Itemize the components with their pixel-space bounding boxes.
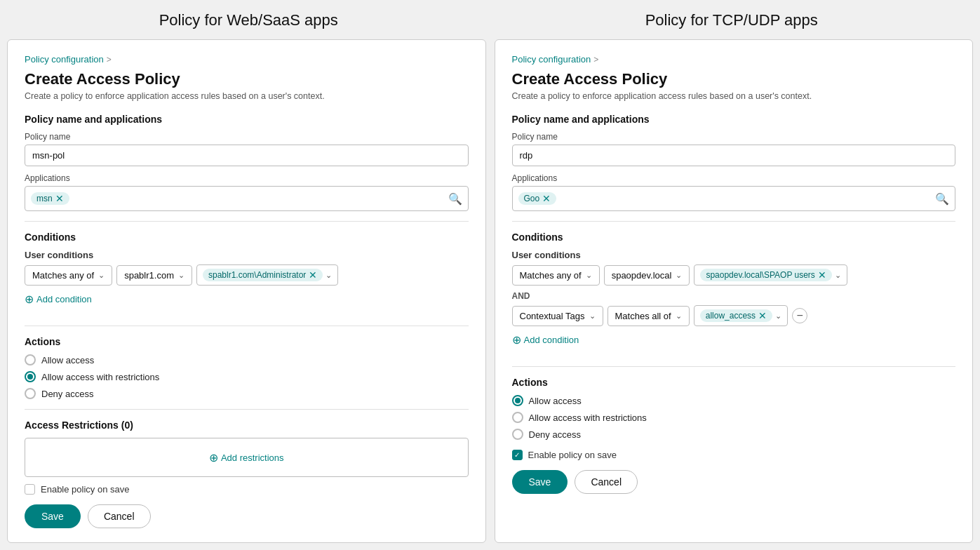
left-section-conditions: Conditions <box>25 232 469 243</box>
left-panel: Policy configuration > Create Access Pol… <box>7 39 486 543</box>
right-label-user-conditions: User conditions <box>512 250 956 260</box>
left-conditions-row: Matches any of ⌄ spablr1.com ⌄ spablr1.c… <box>25 264 469 286</box>
right-add-condition-icon: ⊕ <box>512 333 521 347</box>
right-condition2-tag-dropdown[interactable]: allow_access ✕ ⌄ <box>694 305 788 326</box>
right-condition1-user-dropdown[interactable]: spaopdev.local\SPAOP users ✕ ⌄ <box>694 264 847 286</box>
right-condition1-domain-chevron: ⌄ <box>676 271 682 280</box>
right-condition2-tag: allow_access ✕ <box>700 309 772 322</box>
left-applications-input[interactable]: msn ✕ 🔍 <box>25 186 469 211</box>
left-panel-title: Policy for Web/SaaS apps <box>7 7 490 34</box>
right-btn-row: Save Cancel <box>512 470 956 494</box>
right-radio-allow[interactable]: Allow access <box>512 395 956 406</box>
right-condition2-type-chevron: ⌄ <box>589 311 596 321</box>
left-breadcrumb-sep: > <box>107 55 112 65</box>
right-cancel-button[interactable]: Cancel <box>575 470 638 494</box>
left-condition-user-dropdown[interactable]: spablr1.com\Administrator ✕ ⌄ <box>196 264 338 286</box>
left-add-restrictions-btn[interactable]: ⊕ Add restrictions <box>209 451 284 464</box>
left-cancel-button[interactable]: Cancel <box>88 504 151 528</box>
left-radio-deny[interactable]: Deny access <box>25 388 469 399</box>
left-section-policy: Policy name and applications <box>25 114 469 125</box>
left-btn-row: Save Cancel <box>25 504 469 528</box>
right-condition1-matches-dropdown[interactable]: Matches any of ⌄ <box>512 265 600 286</box>
left-breadcrumb-link[interactable]: Policy configuration <box>25 54 104 65</box>
right-app-tag-remove[interactable]: ✕ <box>542 194 551 203</box>
left-condition-domain-dropdown[interactable]: spablr1.com ⌄ <box>116 265 192 286</box>
right-condition1-user-tag: spaopdev.local\SPAOP users ✕ <box>700 269 831 281</box>
left-restrictions-box: ⊕ Add restrictions <box>25 438 469 477</box>
left-condition-domain-chevron: ⌄ <box>178 271 184 280</box>
left-condition-user-tag-remove[interactable]: ✕ <box>309 270 317 280</box>
left-add-restrictions-icon: ⊕ <box>209 451 218 464</box>
right-add-condition-btn[interactable]: ⊕ Add condition <box>512 333 579 347</box>
right-section-policy: Policy name and applications <box>512 114 956 125</box>
right-panel-subtitle: Create a policy to enforce application a… <box>512 91 956 101</box>
right-applications-input[interactable]: Goo ✕ 🔍 <box>512 186 956 211</box>
left-section-actions: Actions <box>25 336 469 347</box>
right-app-search-icon[interactable]: 🔍 <box>935 192 949 206</box>
left-app-tag-remove[interactable]: ✕ <box>55 194 64 203</box>
right-radio-allow-circle <box>512 395 523 406</box>
right-condition1-user-chevron: ⌄ <box>835 271 841 280</box>
right-section-actions: Actions <box>512 377 956 388</box>
left-radio-allow-circle <box>25 354 36 365</box>
right-radio-allow-restrictions-circle <box>512 412 523 423</box>
right-radio-allow-restrictions[interactable]: Allow access with restrictions <box>512 412 956 423</box>
right-condition2-tag-chevron: ⌄ <box>775 311 781 321</box>
left-section-access-restrictions: Access Restrictions (0) <box>25 420 469 431</box>
right-panel-title: Policy for TCP/UDP apps <box>490 7 974 34</box>
left-enable-policy-label: Enable policy on save <box>41 484 129 495</box>
left-radio-deny-circle <box>25 388 36 399</box>
left-radio-allow[interactable]: Allow access <box>25 354 469 365</box>
left-condition-user-chevron: ⌄ <box>325 271 332 280</box>
left-condition-user-tag: spablr1.com\Administrator ✕ <box>203 269 323 281</box>
right-panel-heading: Create Access Policy <box>512 70 956 88</box>
right-app-tag: Goo ✕ <box>518 192 557 205</box>
right-condition1-user-tag-remove[interactable]: ✕ <box>818 270 826 280</box>
right-breadcrumb: Policy configuration > <box>512 54 956 65</box>
right-condition1-matches-chevron: ⌄ <box>586 271 592 280</box>
right-and-label: AND <box>512 291 956 301</box>
right-condition1-domain-dropdown[interactable]: spaopdev.local ⌄ <box>604 265 690 286</box>
left-save-button[interactable]: Save <box>25 504 81 528</box>
left-app-search-icon[interactable]: 🔍 <box>448 192 462 206</box>
right-panel: Policy configuration > Create Access Pol… <box>495 39 974 543</box>
left-radio-allow-restrictions-circle <box>25 371 36 382</box>
right-radio-deny-circle <box>512 429 523 440</box>
left-radio-group: Allow access Allow access with restricti… <box>25 354 469 399</box>
right-breadcrumb-sep: > <box>593 55 598 65</box>
right-label-policy-name: Policy name <box>512 132 956 142</box>
right-enable-policy-label: Enable policy on save <box>528 450 617 460</box>
left-panel-subtitle: Create a policy to enforce application a… <box>25 91 469 101</box>
left-label-policy-name: Policy name <box>25 132 469 142</box>
right-condition2-type-dropdown[interactable]: Contextual Tags ⌄ <box>512 306 603 326</box>
right-enable-policy-row: Enable policy on save <box>512 450 956 460</box>
left-label-applications: Applications <box>25 173 469 183</box>
right-condition2-matches-dropdown[interactable]: Matches all of ⌄ <box>608 306 690 326</box>
right-radio-deny[interactable]: Deny access <box>512 429 956 440</box>
left-add-condition-icon: ⊕ <box>25 293 34 306</box>
left-panel-heading: Create Access Policy <box>25 70 469 88</box>
right-label-applications: Applications <box>512 173 956 183</box>
right-policy-name-input[interactable] <box>512 145 956 166</box>
right-section-conditions: Conditions <box>512 232 956 243</box>
left-access-restrictions: Access Restrictions (0) ⊕ Add restrictio… <box>25 420 469 477</box>
right-condition2-tag-remove[interactable]: ✕ <box>758 311 767 321</box>
right-breadcrumb-link[interactable]: Policy configuration <box>512 54 591 65</box>
right-conditions-row-1: Matches any of ⌄ spaopdev.local ⌄ spaopd… <box>512 264 956 286</box>
left-breadcrumb: Policy configuration > <box>25 54 469 65</box>
left-label-user-conditions: User conditions <box>25 250 469 260</box>
right-radio-group: Allow access Allow access with restricti… <box>512 395 956 440</box>
left-enable-policy-row: Enable policy on save <box>25 484 469 495</box>
right-enable-policy-checkbox[interactable] <box>512 450 523 460</box>
left-policy-name-input[interactable] <box>25 145 469 166</box>
right-remove-condition2-btn[interactable]: − <box>792 308 807 323</box>
left-radio-allow-restrictions[interactable]: Allow access with restrictions <box>25 371 469 382</box>
left-condition-matches-dropdown[interactable]: Matches any of ⌄ <box>25 265 112 286</box>
left-app-tag: msn ✕ <box>31 192 69 205</box>
right-save-button[interactable]: Save <box>512 470 568 494</box>
left-condition-matches-chevron: ⌄ <box>98 271 105 280</box>
left-enable-policy-checkbox[interactable] <box>25 484 35 495</box>
right-condition2-matches-chevron: ⌄ <box>676 311 682 321</box>
right-conditions-row-2: Contextual Tags ⌄ Matches all of ⌄ allow… <box>512 305 956 326</box>
left-add-condition-btn[interactable]: ⊕ Add condition <box>25 293 92 306</box>
